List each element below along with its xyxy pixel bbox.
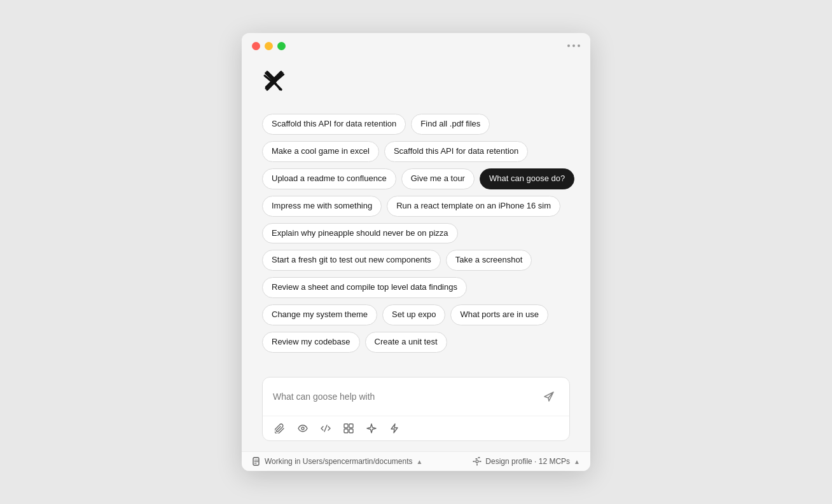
toolbar	[263, 416, 569, 440]
statusbar-right: Design profile · 12 MCPs ▲	[473, 457, 580, 466]
profile-icon	[473, 457, 482, 466]
send-icon	[543, 391, 555, 402]
dot-icon	[572, 44, 575, 47]
preview-icon[interactable]	[296, 421, 310, 435]
suggestion-chip[interactable]: Make a cool game in excel	[262, 141, 379, 162]
input-wrapper	[242, 365, 590, 451]
suggestion-chip[interactable]: Impress me with something	[262, 196, 382, 217]
suggestion-chip[interactable]: Run a react template on an iPhone 16 sim	[387, 196, 560, 217]
suggestion-chip[interactable]: Give me a tour	[401, 168, 475, 189]
suggestion-chip[interactable]: Scaffold this API for data retention	[262, 114, 406, 135]
chip-row: Review my codebaseCreate a unit test	[262, 332, 570, 353]
send-button[interactable]	[539, 386, 559, 407]
suggestion-chip[interactable]: Review a sheet and compile top level dat…	[262, 277, 467, 298]
suggestion-chip[interactable]: What ports are in use	[450, 304, 548, 325]
bolt-icon[interactable]	[387, 421, 401, 435]
svg-rect-3	[344, 429, 348, 433]
statusbar: Working in Users/spencermartin/documents…	[242, 451, 590, 471]
main-content: Scaffold this API for data retentionFind…	[242, 57, 590, 365]
chat-input[interactable]	[273, 392, 534, 402]
suggestion-chip[interactable]: Change my system theme	[262, 304, 377, 325]
svg-rect-4	[349, 429, 353, 433]
suggestion-chip[interactable]: Explain why pineapple should never be on…	[262, 223, 458, 244]
code-icon[interactable]	[319, 421, 333, 435]
chevron-up-icon-right[interactable]: ▲	[574, 458, 580, 465]
suggestion-chip[interactable]: Take a screenshot	[446, 250, 532, 271]
traffic-lights	[252, 42, 286, 50]
sparkle-icon[interactable]	[364, 421, 378, 435]
input-container	[262, 377, 570, 441]
maximize-button[interactable]	[277, 42, 286, 50]
chip-row: Change my system themeSet up expoWhat po…	[262, 304, 570, 325]
chip-row: Upload a readme to confluenceGive me a t…	[262, 168, 570, 189]
svg-rect-1	[344, 424, 348, 428]
svg-point-0	[302, 427, 304, 430]
chip-row: Impress me with somethingRun a react tem…	[262, 196, 570, 217]
suggestion-chip[interactable]: Review my codebase	[262, 332, 360, 353]
suggestion-chip[interactable]: Find all .pdf files	[411, 114, 490, 135]
statusbar-left: Working in Users/spencermartin/documents…	[252, 457, 422, 466]
suggestion-chip[interactable]: Scaffold this API for data retention	[384, 141, 528, 162]
close-button[interactable]	[252, 42, 260, 50]
input-row	[263, 378, 569, 416]
suggestion-chip[interactable]: Set up expo	[382, 304, 445, 325]
chip-row: Review a sheet and compile top level dat…	[262, 277, 570, 298]
chip-row: Explain why pineapple should never be on…	[262, 223, 570, 244]
dot-icon	[567, 44, 570, 47]
working-dir-label: Working in Users/spencermartin/documents	[265, 457, 413, 466]
suggestion-chip[interactable]: Create a unit test	[365, 332, 447, 353]
suggestion-chip[interactable]: Start a fresh git to test out new compon…	[262, 250, 441, 271]
svg-rect-2	[349, 424, 353, 428]
file-icon	[252, 457, 261, 466]
chevron-up-icon[interactable]: ▲	[417, 458, 423, 465]
chip-row: Make a cool game in excelScaffold this A…	[262, 141, 570, 162]
profile-label: Design profile · 12 MCPs	[485, 457, 570, 466]
dot-icon	[578, 44, 580, 47]
suggestion-chip[interactable]: What can goose do?	[480, 168, 574, 189]
suggestions-area: Scaffold this API for data retentionFind…	[262, 114, 570, 353]
chip-row: Scaffold this API for data retentionFind…	[262, 114, 570, 135]
svg-point-6	[476, 460, 478, 463]
suggestion-chip[interactable]: Upload a readme to confluence	[262, 168, 396, 189]
attachment-icon[interactable]	[273, 421, 287, 435]
minimize-button[interactable]	[265, 42, 273, 50]
menu-dots[interactable]	[567, 44, 580, 47]
chip-row: Start a fresh git to test out new compon…	[262, 250, 570, 271]
app-window: Scaffold this API for data retentionFind…	[242, 33, 590, 471]
app-logo	[262, 68, 570, 95]
grid-icon[interactable]	[342, 421, 356, 435]
titlebar	[242, 33, 590, 57]
